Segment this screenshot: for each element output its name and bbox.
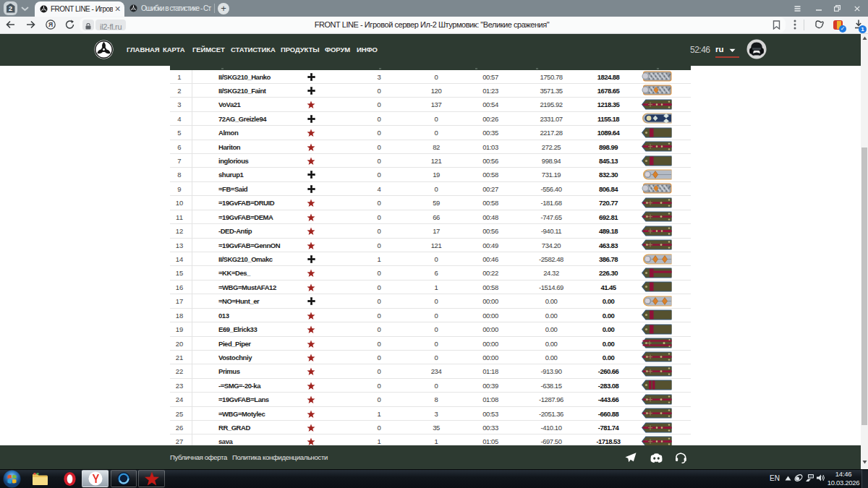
svg-text:Я: Я — [48, 21, 53, 28]
